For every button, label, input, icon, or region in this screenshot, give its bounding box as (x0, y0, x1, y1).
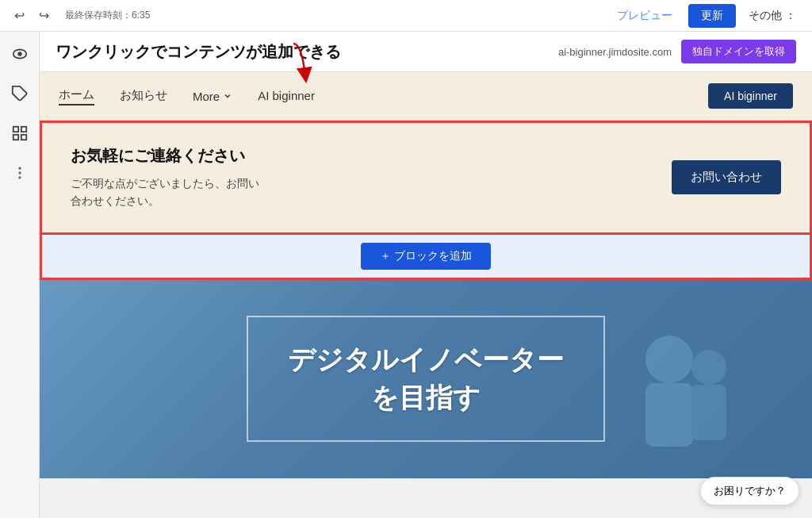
contact-text-area: お気軽にご連絡ください ご不明な点がございましたら、お問い合わせください。 (71, 145, 259, 210)
svg-point-1 (17, 52, 22, 56)
left-sidebar (0, 32, 40, 518)
svg-point-10 (645, 336, 693, 383)
help-button[interactable]: お困りですか？ (700, 477, 799, 505)
hero-overlay-box: デジタルイノベーター を目指す (247, 316, 605, 442)
toolbar-right: プレビュー 更新 その他 ： (607, 4, 802, 28)
contact-title: お気軽にご連絡ください (71, 145, 259, 167)
svg-rect-3 (13, 127, 17, 132)
svg-rect-5 (13, 135, 17, 140)
eye-icon[interactable] (6, 40, 34, 68)
notification-banner: ワンクリックでコンテンツが追加できる ai-biginner.jimdosite… (40, 32, 812, 72)
update-button[interactable]: 更新 (688, 4, 736, 28)
domain-button[interactable]: 独自ドメインを取得 (681, 40, 796, 63)
toolbar: ↩ ↪ 最終保存時刻：6:35 プレビュー 更新 その他 ： (0, 0, 812, 32)
notification-text: ワンクリックでコンテンツが追加できる (56, 41, 341, 63)
svg-rect-4 (21, 127, 25, 132)
nav-item-more[interactable]: More (193, 90, 232, 103)
undo-button[interactable]: ↩ (10, 5, 29, 26)
add-block-bar: ＋ ブロックを追加 (40, 235, 812, 280)
nav-cta-button[interactable]: AI biginner (708, 83, 793, 109)
save-status: 最終保存時刻：6:35 (65, 9, 150, 22)
hero-section: デジタルイノベーター を目指す (40, 280, 812, 478)
svg-point-9 (18, 176, 21, 178)
svg-rect-11 (645, 383, 693, 447)
tag-icon[interactable] (6, 79, 34, 108)
nav-item-home[interactable]: ホーム (59, 87, 94, 106)
contact-description: ご不明な点がございましたら、お問い合わせください。 (71, 175, 259, 210)
add-block-button[interactable]: ＋ ブロックを追加 (361, 243, 491, 270)
hero-title: デジタルイノベーター を目指す (288, 341, 564, 416)
nav-item-news[interactable]: お知らせ (120, 88, 167, 105)
main-area: ワンクリックでコンテンツが追加できる ai-biginner.jimdosite… (0, 32, 812, 518)
svg-rect-6 (21, 135, 25, 140)
toolbar-left: ↩ ↪ 最終保存時刻：6:35 (10, 5, 601, 26)
svg-point-8 (18, 171, 21, 174)
svg-rect-13 (691, 385, 726, 440)
more-vertical-icon[interactable] (6, 159, 34, 187)
page-content: ワンクリックでコンテンツが追加できる ai-biginner.jimdosite… (40, 32, 812, 518)
svg-point-12 (691, 350, 726, 385)
contact-section: お気軽にご連絡ください ご不明な点がございましたら、お問い合わせください。 お問… (40, 121, 812, 235)
domain-area: ai-biginner.jimdosite.com 独自ドメインを取得 (558, 40, 796, 63)
other-button[interactable]: その他 ： (742, 4, 802, 28)
domain-text: ai-biginner.jimdosite.com (558, 46, 672, 58)
nav-item-aibiginner[interactable]: AI biginner (258, 89, 315, 104)
preview-button[interactable]: プレビュー (607, 4, 682, 28)
redo-button[interactable]: ↪ (34, 5, 54, 26)
contact-button[interactable]: お問い合わせ (672, 160, 781, 194)
layout-icon[interactable] (6, 119, 34, 148)
nav-bar: ホーム お知らせ More AI biginner AI biginner (40, 72, 812, 121)
svg-point-7 (18, 167, 21, 170)
